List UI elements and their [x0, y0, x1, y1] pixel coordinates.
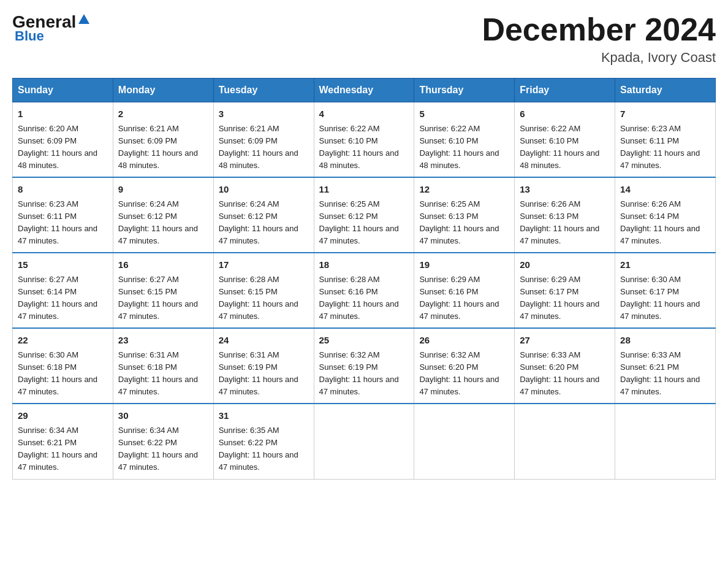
calendar-week-row: 22Sunrise: 6:30 AMSunset: 6:18 PMDayligh…: [13, 328, 716, 404]
day-number: 2: [118, 107, 208, 121]
day-info: Sunrise: 6:22 AMSunset: 6:10 PMDaylight:…: [319, 124, 399, 170]
calendar-cell: [515, 404, 615, 479]
calendar-cell: 5Sunrise: 6:22 AMSunset: 6:10 PMDaylight…: [414, 102, 515, 178]
day-number: 13: [520, 183, 610, 197]
day-info: Sunrise: 6:31 AMSunset: 6:19 PMDaylight:…: [219, 350, 298, 396]
calendar-cell: 13Sunrise: 6:26 AMSunset: 6:13 PMDayligh…: [515, 177, 615, 253]
calendar-cell: 27Sunrise: 6:33 AMSunset: 6:20 PMDayligh…: [515, 328, 615, 404]
day-number: 6: [520, 107, 610, 121]
day-number: 1: [18, 107, 108, 121]
day-number: 5: [419, 107, 509, 121]
day-info: Sunrise: 6:26 AMSunset: 6:14 PMDaylight:…: [620, 199, 700, 245]
calendar-cell: 6Sunrise: 6:22 AMSunset: 6:10 PMDaylight…: [515, 102, 615, 178]
calendar-week-row: 29Sunrise: 6:34 AMSunset: 6:21 PMDayligh…: [13, 404, 716, 479]
col-wednesday: Wednesday: [314, 79, 414, 102]
day-number: 18: [319, 258, 409, 272]
calendar-cell: 21Sunrise: 6:30 AMSunset: 6:17 PMDayligh…: [615, 253, 716, 328]
calendar-cell: 15Sunrise: 6:27 AMSunset: 6:14 PMDayligh…: [13, 253, 113, 328]
day-number: 3: [219, 107, 309, 121]
day-number: 24: [219, 334, 309, 348]
day-number: 12: [419, 183, 509, 197]
calendar-cell: 29Sunrise: 6:34 AMSunset: 6:21 PMDayligh…: [13, 404, 113, 479]
day-info: Sunrise: 6:21 AMSunset: 6:09 PMDaylight:…: [219, 124, 298, 170]
page-header: General Blue December 2024 Kpada, Ivory …: [12, 12, 716, 66]
calendar-cell: 3Sunrise: 6:21 AMSunset: 6:09 PMDaylight…: [213, 102, 314, 178]
day-info: Sunrise: 6:24 AMSunset: 6:12 PMDaylight:…: [118, 199, 198, 245]
calendar-cell: 28Sunrise: 6:33 AMSunset: 6:21 PMDayligh…: [615, 328, 716, 404]
calendar-cell: 11Sunrise: 6:25 AMSunset: 6:12 PMDayligh…: [314, 177, 414, 253]
calendar-cell: 14Sunrise: 6:26 AMSunset: 6:14 PMDayligh…: [615, 177, 716, 253]
day-number: 23: [118, 334, 208, 348]
calendar-cell: 24Sunrise: 6:31 AMSunset: 6:19 PMDayligh…: [213, 328, 314, 404]
day-info: Sunrise: 6:25 AMSunset: 6:13 PMDaylight:…: [419, 199, 499, 245]
day-info: Sunrise: 6:27 AMSunset: 6:14 PMDaylight:…: [18, 275, 97, 321]
day-info: Sunrise: 6:23 AMSunset: 6:11 PMDaylight:…: [620, 124, 700, 170]
calendar-cell: 2Sunrise: 6:21 AMSunset: 6:09 PMDaylight…: [113, 102, 213, 178]
calendar-cell: 4Sunrise: 6:22 AMSunset: 6:10 PMDaylight…: [314, 102, 414, 178]
calendar-cell: 30Sunrise: 6:34 AMSunset: 6:22 PMDayligh…: [113, 404, 213, 479]
day-number: 17: [219, 258, 309, 272]
calendar-cell: 10Sunrise: 6:24 AMSunset: 6:12 PMDayligh…: [213, 177, 314, 253]
day-info: Sunrise: 6:32 AMSunset: 6:20 PMDaylight:…: [419, 350, 499, 396]
day-info: Sunrise: 6:32 AMSunset: 6:19 PMDaylight:…: [319, 350, 399, 396]
day-number: 29: [18, 409, 108, 423]
day-info: Sunrise: 6:22 AMSunset: 6:10 PMDaylight:…: [419, 124, 499, 170]
day-number: 14: [620, 183, 710, 197]
calendar-cell: 25Sunrise: 6:32 AMSunset: 6:19 PMDayligh…: [314, 328, 414, 404]
calendar-cell: [414, 404, 515, 479]
logo-icon: [77, 13, 91, 26]
day-number: 25: [319, 334, 409, 348]
day-info: Sunrise: 6:28 AMSunset: 6:16 PMDaylight:…: [319, 275, 399, 321]
col-saturday: Saturday: [615, 79, 716, 102]
day-info: Sunrise: 6:21 AMSunset: 6:09 PMDaylight:…: [118, 124, 198, 170]
day-number: 11: [319, 183, 409, 197]
month-title: December 2024: [482, 12, 716, 47]
day-info: Sunrise: 6:29 AMSunset: 6:17 PMDaylight:…: [520, 275, 599, 321]
day-info: Sunrise: 6:26 AMSunset: 6:13 PMDaylight:…: [520, 199, 599, 245]
day-info: Sunrise: 6:29 AMSunset: 6:16 PMDaylight:…: [419, 275, 499, 321]
day-number: 27: [520, 334, 610, 348]
calendar-cell: 8Sunrise: 6:23 AMSunset: 6:11 PMDaylight…: [13, 177, 113, 253]
day-number: 9: [118, 183, 208, 197]
day-number: 8: [18, 183, 108, 197]
calendar-cell: 18Sunrise: 6:28 AMSunset: 6:16 PMDayligh…: [314, 253, 414, 328]
location: Kpada, Ivory Coast: [482, 50, 716, 66]
calendar-cell: 17Sunrise: 6:28 AMSunset: 6:15 PMDayligh…: [213, 253, 314, 328]
calendar-week-row: 1Sunrise: 6:20 AMSunset: 6:09 PMDaylight…: [13, 102, 716, 178]
calendar-cell: 9Sunrise: 6:24 AMSunset: 6:12 PMDaylight…: [113, 177, 213, 253]
day-info: Sunrise: 6:31 AMSunset: 6:18 PMDaylight:…: [118, 350, 198, 396]
day-number: 16: [118, 258, 208, 272]
day-number: 21: [620, 258, 710, 272]
calendar-cell: 26Sunrise: 6:32 AMSunset: 6:20 PMDayligh…: [414, 328, 515, 404]
calendar-cell: 20Sunrise: 6:29 AMSunset: 6:17 PMDayligh…: [515, 253, 615, 328]
day-number: 19: [419, 258, 509, 272]
col-tuesday: Tuesday: [213, 79, 314, 102]
calendar-cell: 22Sunrise: 6:30 AMSunset: 6:18 PMDayligh…: [13, 328, 113, 404]
day-info: Sunrise: 6:30 AMSunset: 6:18 PMDaylight:…: [18, 350, 97, 396]
calendar-cell: [615, 404, 716, 479]
calendar-cell: 31Sunrise: 6:35 AMSunset: 6:22 PMDayligh…: [213, 404, 314, 479]
day-info: Sunrise: 6:25 AMSunset: 6:12 PMDaylight:…: [319, 199, 399, 245]
svg-marker-0: [78, 14, 89, 24]
day-info: Sunrise: 6:33 AMSunset: 6:21 PMDaylight:…: [620, 350, 700, 396]
day-info: Sunrise: 6:33 AMSunset: 6:20 PMDaylight:…: [520, 350, 599, 396]
calendar-cell: [314, 404, 414, 479]
calendar-cell: 7Sunrise: 6:23 AMSunset: 6:11 PMDaylight…: [615, 102, 716, 178]
calendar-cell: 19Sunrise: 6:29 AMSunset: 6:16 PMDayligh…: [414, 253, 515, 328]
day-info: Sunrise: 6:27 AMSunset: 6:15 PMDaylight:…: [118, 275, 198, 321]
logo-blue: Blue: [15, 28, 44, 44]
calendar-cell: 23Sunrise: 6:31 AMSunset: 6:18 PMDayligh…: [113, 328, 213, 404]
day-info: Sunrise: 6:22 AMSunset: 6:10 PMDaylight:…: [520, 124, 599, 170]
col-sunday: Sunday: [13, 79, 113, 102]
day-number: 15: [18, 258, 108, 272]
title-block: December 2024 Kpada, Ivory Coast: [482, 12, 716, 66]
col-friday: Friday: [515, 79, 615, 102]
calendar-header-row: Sunday Monday Tuesday Wednesday Thursday…: [13, 79, 716, 102]
day-info: Sunrise: 6:23 AMSunset: 6:11 PMDaylight:…: [18, 199, 97, 245]
logo: General Blue: [12, 12, 91, 44]
day-number: 31: [219, 409, 309, 423]
calendar-week-row: 8Sunrise: 6:23 AMSunset: 6:11 PMDaylight…: [13, 177, 716, 253]
day-number: 10: [219, 183, 309, 197]
day-info: Sunrise: 6:34 AMSunset: 6:22 PMDaylight:…: [118, 426, 198, 472]
day-info: Sunrise: 6:34 AMSunset: 6:21 PMDaylight:…: [18, 426, 97, 472]
